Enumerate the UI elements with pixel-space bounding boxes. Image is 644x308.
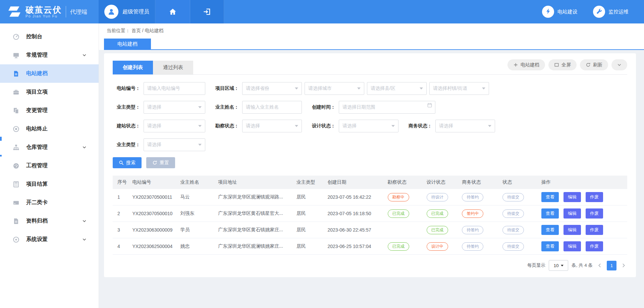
查看-button[interactable]: 查看 — [541, 225, 559, 235]
collapse-button[interactable] — [611, 59, 627, 70]
filter-group: 业主类型：请选择 — [113, 101, 205, 114]
编辑-button[interactable]: 编辑 — [564, 192, 581, 202]
column-header-序号: 序号 — [113, 176, 130, 189]
toolbar-button-label: 全屏 — [561, 62, 571, 68]
per-page-value: 10 — [553, 263, 558, 268]
作废-button[interactable]: 作废 — [586, 192, 603, 202]
filter-input-请输入电站编号[interactable]: 请输入电站编号 — [144, 82, 205, 95]
status-badge-待签约: 待签约 — [462, 242, 483, 251]
作废-button[interactable]: 作废 — [586, 208, 603, 219]
sidebar-item-常规管理[interactable]: 常规管理 — [0, 46, 99, 64]
作废-button[interactable]: 作废 — [586, 241, 603, 251]
sidebar-item-label: 开二类卡 — [26, 199, 48, 206]
station-code: YX2023063000009 — [130, 222, 178, 238]
filter-label: 商务状态： — [405, 123, 435, 129]
sidebar-item-变更管理[interactable]: 变更管理 — [0, 101, 99, 120]
filter-select-请选择[interactable]: 请选择 — [242, 120, 302, 132]
filter-select-请选择城市[interactable]: 请选择城市 — [305, 82, 364, 95]
filter-label: 创建时间： — [308, 104, 339, 110]
sidebar-item-电站建档[interactable]: 电站建档 — [0, 64, 99, 83]
filter-select-请选择县/区[interactable]: 请选择县/区 — [367, 82, 427, 95]
placeholder-text: 请选择省份 — [246, 85, 293, 91]
project-address: 广东深圳龙华区黄石镇姚家庄... — [216, 222, 294, 238]
filter-select-请选择[interactable]: 请选择 — [339, 120, 398, 132]
sidebar-item-开二类卡[interactable]: 开二类卡 — [0, 193, 99, 212]
filter-select-请选择省份[interactable]: 请选择省份 — [242, 82, 302, 95]
chevron-down-icon — [198, 144, 202, 146]
filter-input-请选择日期范围[interactable]: 请选择日期范围 — [339, 101, 435, 114]
sidebar-item-资料归档[interactable]: 资料归档 — [0, 212, 99, 230]
brand-subtitle: Po Jian Yun Fu — [25, 14, 62, 18]
filter-label: 电站编号： — [113, 85, 144, 91]
filter-select-请选择村镇/街道[interactable]: 请选择村镇/街道 — [429, 82, 489, 95]
business-status-cell: 待签约 — [460, 238, 500, 255]
prev-page-button[interactable] — [596, 263, 603, 268]
filter-label: 勘察状态： — [211, 123, 242, 129]
per-page-select[interactable]: 10 — [549, 260, 568, 271]
survey-status-cell — [386, 222, 425, 238]
logout-button[interactable] — [190, 0, 224, 23]
tab-创建列表[interactable]: 创建列表 — [113, 61, 153, 74]
page-number-1[interactable]: 1 — [607, 261, 616, 270]
sidebar-item-系统设置[interactable]: 系统设置 — [0, 230, 99, 249]
编辑-button[interactable]: 编辑 — [564, 208, 581, 219]
tab-通过列表[interactable]: 通过列表 — [153, 61, 193, 74]
search-button[interactable]: 搜索 — [113, 157, 142, 168]
lightning-icon — [545, 8, 551, 16]
owner-type: 居民 — [294, 222, 326, 238]
actions-cell: 查看编辑作废 — [539, 238, 627, 255]
filter-select-请选择[interactable]: 请选择 — [144, 101, 205, 114]
column-header-业主类型: 业主类型 — [294, 176, 326, 189]
user-avatar — [104, 5, 118, 19]
header-nav-监控运维[interactable]: 监控运维 — [593, 6, 629, 18]
filter-select-请选择[interactable]: 请选择 — [144, 120, 205, 132]
sidebar: 控制台常规管理电站建档项目立项变更管理电站终止仓库管理工程管理项目结算开二类卡资… — [0, 23, 99, 308]
filter-input-请输入业主姓名[interactable]: 请输入业主姓名 — [242, 101, 302, 114]
作废-button[interactable]: 作废 — [586, 225, 603, 235]
current-user[interactable]: 超级管理员 — [99, 0, 155, 23]
created-date: 2023-07-05 16:42:22 — [326, 189, 386, 205]
刷新-button[interactable]: 刷新 — [580, 59, 608, 70]
全屏-button[interactable]: 全屏 — [548, 59, 577, 70]
filter-select-请选择[interactable]: 请选择 — [435, 120, 495, 132]
reset-icon — [152, 160, 157, 165]
filter-form: 电站编号：请输入电站编号项目区域：请选择省份请选择城市请选择县/区请选择村镇/街… — [113, 75, 627, 151]
status-badge-待签约: 待签约 — [462, 226, 483, 234]
placeholder-text: 请选择 — [147, 123, 196, 129]
home-button[interactable] — [155, 0, 190, 23]
column-header-设计状态: 设计状态 — [425, 176, 460, 189]
编辑-button[interactable]: 编辑 — [564, 225, 581, 235]
sidebar-item-label: 电站终止 — [26, 125, 48, 132]
查看-button[interactable]: 查看 — [541, 241, 559, 251]
查看-button[interactable]: 查看 — [541, 192, 559, 202]
header-nav-电站建设[interactable]: 电站建设 — [542, 6, 578, 18]
reset-button[interactable]: 重置 — [146, 157, 175, 168]
chevron-down-icon — [82, 219, 87, 223]
sidebar-item-控制台[interactable]: 控制台 — [0, 27, 99, 46]
sidebar-item-label: 仓库管理 — [26, 144, 48, 151]
table-row: 2YX2023070500010刘强东广东深圳龙华区黄石镇星官大...居民202… — [113, 205, 627, 222]
电站建档-button[interactable]: 电站建档 — [507, 59, 545, 70]
sidebar-item-仓库管理[interactable]: 仓库管理 — [0, 138, 99, 157]
filter-label: 项目区域： — [211, 85, 242, 91]
station-code: YX2023062500004 — [130, 238, 178, 255]
next-page-button[interactable] — [620, 263, 627, 268]
survey-status-cell: 勘察中 — [386, 189, 425, 205]
sidebar-item-项目结算[interactable]: 项目结算 — [0, 175, 99, 193]
sidebar-item-电站终止[interactable]: 电站终止 — [0, 120, 99, 138]
project-address: 广东深圳龙华区黄石镇星官大... — [216, 205, 294, 222]
calculator-icon — [13, 181, 20, 188]
brand-text: 破茧云伏 Po Jian Yun Fu — [25, 5, 62, 18]
编辑-button[interactable]: 编辑 — [564, 241, 581, 251]
查看-button[interactable]: 查看 — [541, 208, 559, 219]
page-tab-active[interactable]: 电站建档 — [104, 39, 151, 49]
owner-type: 居民 — [294, 205, 326, 222]
portal-label: 代理端 — [66, 6, 87, 17]
placeholder-text: 请选择 — [147, 142, 196, 148]
placeholder-text: 请选择城市 — [308, 85, 355, 91]
sidebar-item-项目立项[interactable]: 项目立项 — [0, 83, 99, 101]
filter-select-请选择[interactable]: 请选择 — [144, 138, 205, 151]
filter-label: 建站状态： — [113, 123, 144, 129]
sidebar-item-工程管理[interactable]: 工程管理 — [0, 157, 99, 175]
status-badge-已完成: 已完成 — [388, 242, 409, 251]
